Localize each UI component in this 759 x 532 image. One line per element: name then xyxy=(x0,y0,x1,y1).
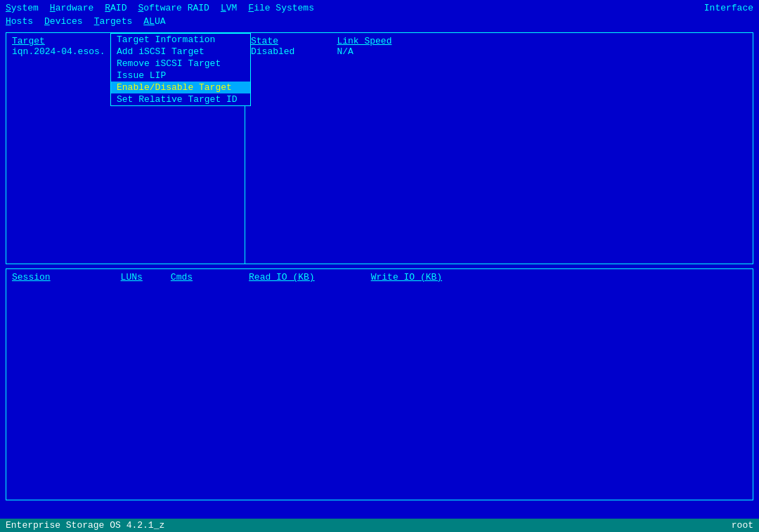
context-menu: Target Information Add iSCSI Target Remo… xyxy=(110,33,251,106)
context-menu-item-set-relative[interactable]: Set Relative Target ID xyxy=(111,93,250,105)
menu-devices[interactable]: Devices xyxy=(44,16,83,27)
context-menu-item-target-info[interactable]: Target Information xyxy=(111,34,250,46)
session-header[interactable]: Session xyxy=(12,272,51,283)
bottom-panel: Session LUNs Cmds Read IO (KB) Write IO … xyxy=(6,268,753,500)
main-content: Target iqn.2024-04.esos. State Disabled … xyxy=(0,30,759,503)
bottom-panel-headers: Session LUNs Cmds Read IO (KB) Write IO … xyxy=(12,272,747,283)
top-menubar: System Hardware RAID Software RAID LVM F… xyxy=(0,0,759,30)
menu-lvm[interactable]: LVM xyxy=(221,3,237,13)
top-panel: Target iqn.2024-04.esos. State Disabled … xyxy=(6,32,753,264)
read-io-header[interactable]: Read IO (KB) xyxy=(249,272,315,283)
menu-row-1: System Hardware RAID Software RAID LVM F… xyxy=(6,1,753,15)
context-menu-item-add-iscsi[interactable]: Add iSCSI Target xyxy=(111,46,250,58)
menu-hardware[interactable]: Hardware xyxy=(50,3,93,13)
panel-right: State Disabled Link Speed N/A xyxy=(245,33,753,264)
menu-row-2: Hosts Devices Targets ALUA xyxy=(6,15,753,28)
right-cols: State Disabled Link Speed N/A xyxy=(251,36,747,57)
status-bar-left: Enterprise Storage OS 4.2.1_z xyxy=(6,520,164,531)
write-io-header[interactable]: Write IO (KB) xyxy=(371,272,442,283)
context-menu-item-issue-lip[interactable]: Issue LIP xyxy=(111,70,250,82)
menu-software-raid[interactable]: Software RAID xyxy=(138,3,209,13)
menu-file-systems[interactable]: File Systems xyxy=(248,3,314,13)
state-column: State Disabled xyxy=(251,36,294,57)
link-speed-header[interactable]: Link Speed xyxy=(337,36,391,46)
link-speed-value: N/A xyxy=(337,46,391,57)
state-value: Disabled xyxy=(251,46,294,57)
menu-interface[interactable]: Interface xyxy=(704,3,753,13)
context-menu-item-remove-iscsi[interactable]: Remove iSCSI Target xyxy=(111,58,250,70)
status-bar-right: root xyxy=(732,520,753,531)
link-speed-column: Link Speed N/A xyxy=(337,36,391,57)
cmds-header[interactable]: Cmds xyxy=(171,272,193,283)
menu-system[interactable]: System xyxy=(6,3,39,13)
menu-hosts[interactable]: Hosts xyxy=(6,16,33,27)
state-header[interactable]: State xyxy=(251,36,278,46)
menu-alua[interactable]: ALUA xyxy=(143,16,165,27)
luns-header[interactable]: LUNs xyxy=(121,272,143,283)
context-menu-item-enable-disable[interactable]: Enable/Disable Target xyxy=(111,82,250,93)
menu-raid[interactable]: RAID xyxy=(105,3,126,13)
menu-targets[interactable]: Targets xyxy=(94,16,133,27)
status-bar: Enterprise Storage OS 4.2.1_z root xyxy=(0,519,759,532)
